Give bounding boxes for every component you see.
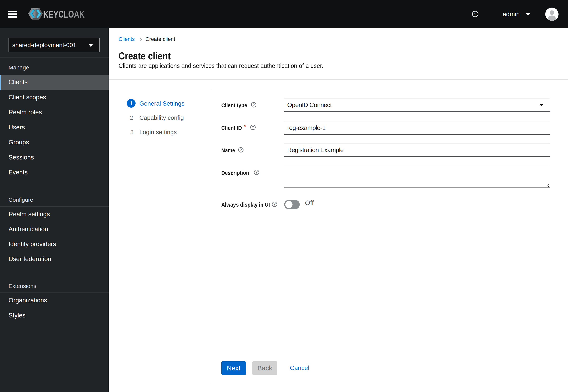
svg-text:?: ?: [474, 12, 477, 16]
